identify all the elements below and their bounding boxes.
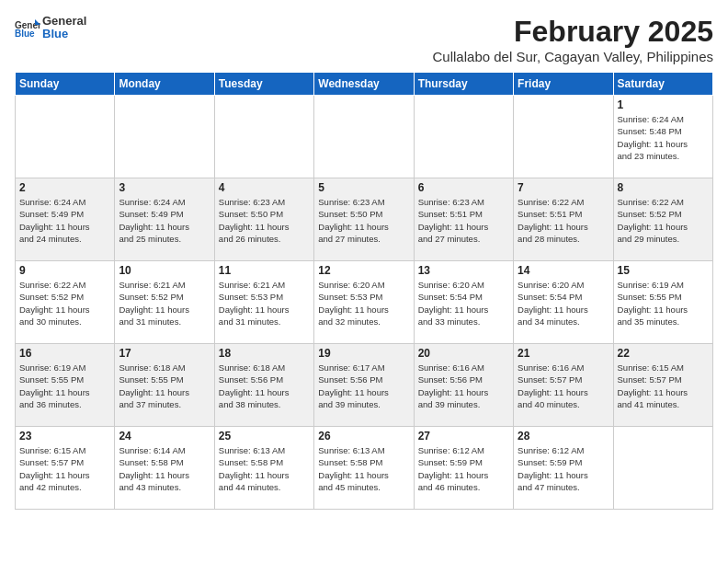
calendar-cell: 19Sunrise: 6:17 AM Sunset: 5:56 PM Dayli… [314,344,414,427]
calendar-cell: 24Sunrise: 6:14 AM Sunset: 5:58 PM Dayli… [115,427,214,510]
day-info: Sunrise: 6:20 AM Sunset: 5:53 PM Dayligh… [318,279,409,327]
calendar-cell: 17Sunrise: 6:18 AM Sunset: 5:55 PM Dayli… [115,344,214,427]
day-number: 25 [219,430,310,442]
calendar-cell: 2Sunrise: 6:24 AM Sunset: 5:49 PM Daylig… [16,178,115,261]
calendar-cell: 25Sunrise: 6:13 AM Sunset: 5:58 PM Dayli… [214,427,313,510]
day-number: 5 [318,181,409,194]
day-number: 4 [219,181,310,194]
day-number: 17 [119,347,210,360]
day-info: Sunrise: 6:20 AM Sunset: 5:54 PM Dayligh… [518,279,609,327]
day-number: 23 [19,430,110,442]
calendar-cell: 1Sunrise: 6:24 AM Sunset: 5:48 PM Daylig… [613,96,712,178]
day-number: 2 [19,181,110,194]
calendar-cell: 16Sunrise: 6:19 AM Sunset: 5:55 PM Dayli… [16,344,115,427]
calendar-cell [613,427,712,510]
day-number: 19 [318,347,409,360]
day-number: 26 [318,430,409,442]
calendar-cell: 12Sunrise: 6:20 AM Sunset: 5:53 PM Dayli… [314,261,414,344]
day-number: 18 [219,347,310,360]
calendar-cell: 18Sunrise: 6:18 AM Sunset: 5:56 PM Dayli… [214,344,313,427]
calendar-cell [214,96,313,178]
day-number: 7 [518,181,609,194]
calendar-week-row: 9Sunrise: 6:22 AM Sunset: 5:52 PM Daylig… [16,261,713,344]
weekday-header-saturday: Saturday [613,73,712,96]
day-info: Sunrise: 6:13 AM Sunset: 5:58 PM Dayligh… [318,444,409,493]
calendar-week-row: 2Sunrise: 6:24 AM Sunset: 5:49 PM Daylig… [16,178,713,261]
logo: General Blue General Blue [15,15,86,41]
day-info: Sunrise: 6:12 AM Sunset: 5:59 PM Dayligh… [418,444,509,493]
day-info: Sunrise: 6:24 AM Sunset: 5:49 PM Dayligh… [119,196,210,245]
day-number: 3 [119,181,210,194]
calendar-cell [414,96,513,178]
weekday-header-thursday: Thursday [414,73,513,96]
day-info: Sunrise: 6:22 AM Sunset: 5:52 PM Dayligh… [19,279,110,327]
day-number: 15 [618,264,709,277]
day-info: Sunrise: 6:16 AM Sunset: 5:56 PM Dayligh… [418,362,509,410]
calendar-cell: 15Sunrise: 6:19 AM Sunset: 5:55 PM Dayli… [613,261,712,344]
calendar-cell [115,96,214,178]
calendar-cell: 14Sunrise: 6:20 AM Sunset: 5:54 PM Dayli… [514,261,613,344]
calendar-cell: 4Sunrise: 6:23 AM Sunset: 5:50 PM Daylig… [214,178,313,261]
calendar-cell: 3Sunrise: 6:24 AM Sunset: 5:49 PM Daylig… [115,178,214,261]
calendar-table: SundayMondayTuesdayWednesdayThursdayFrid… [15,72,713,510]
calendar-week-row: 16Sunrise: 6:19 AM Sunset: 5:55 PM Dayli… [16,344,713,427]
day-number: 28 [518,430,609,442]
day-info: Sunrise: 6:22 AM Sunset: 5:51 PM Dayligh… [518,196,609,245]
day-info: Sunrise: 6:23 AM Sunset: 5:50 PM Dayligh… [318,196,409,245]
calendar-week-row: 1Sunrise: 6:24 AM Sunset: 5:48 PM Daylig… [16,96,713,178]
svg-text:Blue: Blue [15,29,35,38]
day-info: Sunrise: 6:18 AM Sunset: 5:55 PM Dayligh… [119,362,210,410]
day-info: Sunrise: 6:15 AM Sunset: 5:57 PM Dayligh… [618,362,709,410]
calendar-cell: 11Sunrise: 6:21 AM Sunset: 5:53 PM Dayli… [214,261,313,344]
day-info: Sunrise: 6:24 AM Sunset: 5:48 PM Dayligh… [618,113,709,162]
calendar-subtitle: Cullalabo del Sur, Cagayan Valley, Phili… [433,49,713,64]
day-number: 27 [418,430,509,442]
calendar-cell: 10Sunrise: 6:21 AM Sunset: 5:52 PM Dayli… [115,261,214,344]
day-info: Sunrise: 6:15 AM Sunset: 5:57 PM Dayligh… [19,444,110,493]
calendar-cell: 27Sunrise: 6:12 AM Sunset: 5:59 PM Dayli… [414,427,513,510]
calendar-week-row: 23Sunrise: 6:15 AM Sunset: 5:57 PM Dayli… [16,427,713,510]
day-number: 22 [618,347,709,360]
day-number: 8 [618,181,709,194]
day-info: Sunrise: 6:23 AM Sunset: 5:51 PM Dayligh… [418,196,509,245]
calendar-cell: 20Sunrise: 6:16 AM Sunset: 5:56 PM Dayli… [414,344,513,427]
day-info: Sunrise: 6:24 AM Sunset: 5:49 PM Dayligh… [19,196,110,245]
day-number: 24 [119,430,210,442]
day-number: 11 [219,264,310,277]
day-info: Sunrise: 6:19 AM Sunset: 5:55 PM Dayligh… [19,362,110,410]
day-number: 13 [418,264,509,277]
day-info: Sunrise: 6:19 AM Sunset: 5:55 PM Dayligh… [618,279,709,327]
day-number: 21 [518,347,609,360]
day-number: 16 [19,347,110,360]
day-info: Sunrise: 6:23 AM Sunset: 5:50 PM Dayligh… [219,196,310,245]
calendar-cell: 28Sunrise: 6:12 AM Sunset: 5:59 PM Dayli… [514,427,613,510]
weekday-header-friday: Friday [514,73,613,96]
day-number: 9 [19,264,110,277]
calendar-cell [514,96,613,178]
calendar-cell: 8Sunrise: 6:22 AM Sunset: 5:52 PM Daylig… [613,178,712,261]
calendar-cell: 9Sunrise: 6:22 AM Sunset: 5:52 PM Daylig… [16,261,115,344]
day-number: 10 [119,264,210,277]
day-info: Sunrise: 6:20 AM Sunset: 5:54 PM Dayligh… [418,279,509,327]
calendar-cell: 26Sunrise: 6:13 AM Sunset: 5:58 PM Dayli… [314,427,414,510]
title-area: February 2025 Cullalabo del Sur, Cagayan… [433,15,713,64]
calendar-cell: 13Sunrise: 6:20 AM Sunset: 5:54 PM Dayli… [414,261,513,344]
calendar-cell: 23Sunrise: 6:15 AM Sunset: 5:57 PM Dayli… [16,427,115,510]
weekday-header-tuesday: Tuesday [214,73,313,96]
day-number: 1 [618,98,709,111]
day-info: Sunrise: 6:21 AM Sunset: 5:52 PM Dayligh… [119,279,210,327]
calendar-cell [16,96,115,178]
calendar-title: February 2025 [433,15,713,49]
day-info: Sunrise: 6:21 AM Sunset: 5:53 PM Dayligh… [219,279,310,327]
calendar-cell: 7Sunrise: 6:22 AM Sunset: 5:51 PM Daylig… [514,178,613,261]
day-info: Sunrise: 6:14 AM Sunset: 5:58 PM Dayligh… [119,444,210,493]
weekday-header-monday: Monday [115,73,214,96]
day-number: 12 [318,264,409,277]
weekday-header-row: SundayMondayTuesdayWednesdayThursdayFrid… [16,73,713,96]
day-info: Sunrise: 6:16 AM Sunset: 5:57 PM Dayligh… [518,362,609,410]
calendar-cell [314,96,414,178]
day-info: Sunrise: 6:18 AM Sunset: 5:56 PM Dayligh… [219,362,310,410]
day-number: 14 [518,264,609,277]
weekday-header-wednesday: Wednesday [314,73,414,96]
day-info: Sunrise: 6:12 AM Sunset: 5:59 PM Dayligh… [518,444,609,493]
